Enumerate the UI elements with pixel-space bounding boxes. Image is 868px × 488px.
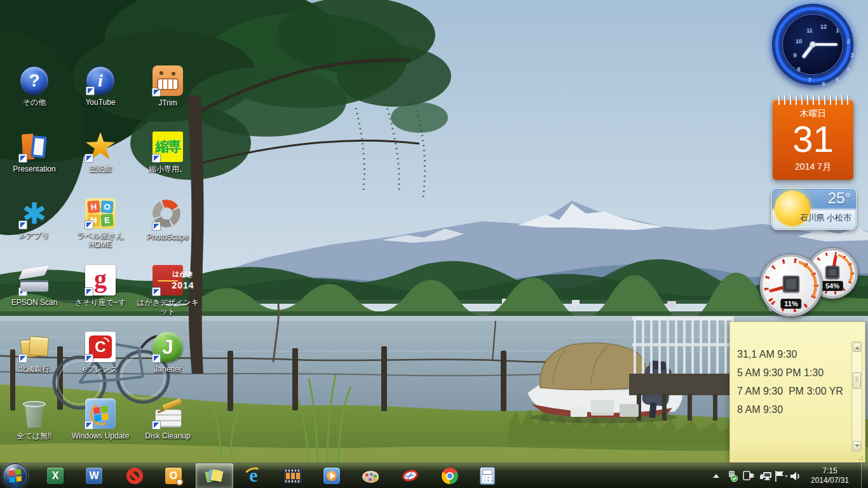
shortcut-arrow-icon bbox=[152, 222, 161, 231]
tray-action-center-flag[interactable] bbox=[773, 463, 789, 488]
desktop-icon-janetter[interactable]: J Janetter bbox=[135, 332, 201, 374]
weather-gadget[interactable]: 25° 石川県 小松市 bbox=[771, 188, 857, 230]
internet-explorer-icon: e bbox=[244, 466, 263, 485]
scanner-icon bbox=[19, 265, 50, 295]
tray-power-plug[interactable] bbox=[741, 463, 756, 488]
desktop-icon-jtrim[interactable]: JTrim bbox=[135, 65, 201, 107]
info-icon: i bbox=[86, 66, 115, 95]
shortcut-arrow-icon bbox=[18, 287, 27, 296]
outlook-icon: O bbox=[165, 468, 182, 484]
taskbar-button-outlook[interactable]: O bbox=[155, 463, 192, 488]
janetter-j-icon: J bbox=[153, 332, 183, 362]
shortcut-arrow-icon bbox=[85, 154, 93, 163]
tray-network[interactable] bbox=[758, 463, 773, 488]
cpu-chip-icon bbox=[783, 276, 799, 292]
desktop-icon-shukusen[interactable]: 縮専 縮小専用。 bbox=[135, 132, 201, 173]
shortcut-arrow-icon bbox=[85, 287, 93, 296]
desktop-icon-windows-update[interactable]: Windows Update bbox=[67, 398, 133, 440]
excel-icon: X bbox=[47, 468, 64, 484]
desktop-icon-disk-cleanup[interactable]: Disk Cleanup bbox=[135, 398, 201, 440]
desktop-icon-sasoriza[interactable]: g さそり座で~す bbox=[67, 265, 133, 307]
desktop-icon-e-friends[interactable]: C eフレンズ bbox=[67, 332, 133, 374]
taskbar-button-movie-maker[interactable] bbox=[275, 463, 311, 488]
start-button[interactable] bbox=[1, 463, 29, 488]
temperature: 25° bbox=[828, 189, 851, 207]
desktop-icon-hokkoku-bank[interactable]: 北國銀行 bbox=[1, 332, 67, 374]
clock-face: 12 1 2 3 4 5 6 7 8 9 10 11 bbox=[782, 14, 843, 75]
tray-time: 7:15 bbox=[799, 466, 860, 476]
shortcut-arrow-icon bbox=[18, 220, 27, 229]
show-desktop-button[interactable] bbox=[861, 463, 868, 488]
power-plug-icon bbox=[742, 470, 755, 482]
usb-device-icon bbox=[726, 470, 738, 482]
prohibition-icon bbox=[126, 468, 143, 484]
chrome-icon bbox=[442, 468, 458, 484]
taskbar-button-media-player[interactable] bbox=[313, 463, 350, 488]
question-icon: ? bbox=[20, 66, 49, 95]
clock-gadget[interactable]: 12 1 2 3 4 5 6 7 8 9 10 11 bbox=[772, 4, 853, 85]
desktop-icon-epson-scan[interactable]: EPSON Scan bbox=[1, 265, 67, 307]
windows-orb-icon bbox=[3, 463, 28, 488]
taskbar-button-paint[interactable] bbox=[353, 463, 390, 488]
desktop-icon-kabegamikan[interactable]: 壁紙館 bbox=[67, 132, 133, 173]
g-letter-icon: g bbox=[85, 265, 116, 295]
desktop-icon-youtube[interactable]: i YouTube bbox=[67, 65, 133, 107]
network-icon bbox=[759, 470, 773, 482]
tray-usb-device[interactable] bbox=[725, 463, 739, 488]
calendar-year-month: 2014 7月 bbox=[773, 161, 853, 173]
calendar-gadget[interactable]: 木曜日 31 2014 7月 bbox=[773, 95, 853, 180]
scroll-thumb[interactable] bbox=[853, 372, 861, 389]
note-scrollbar[interactable] bbox=[851, 341, 862, 452]
taskbar-button-calculator[interactable] bbox=[469, 463, 506, 488]
windows-update-icon bbox=[85, 398, 116, 429]
filmstrip-icon bbox=[284, 468, 302, 484]
folders-icon bbox=[19, 332, 50, 362]
home-tiles-icon: HOME bbox=[85, 198, 116, 229]
scroll-up-arrow[interactable] bbox=[853, 342, 861, 352]
desktop-icon-photoscape[interactable]: PhotoScape bbox=[135, 198, 201, 241]
weather-location: 石川県 小松市 bbox=[799, 212, 851, 224]
taskbar-button-excel[interactable]: X bbox=[37, 463, 74, 488]
snipping-tool-icon bbox=[401, 466, 420, 485]
spiral-binding bbox=[776, 95, 850, 105]
shortcut-arrow-icon bbox=[86, 86, 95, 95]
taskbar-button-sticky-notes-active[interactable] bbox=[196, 463, 233, 488]
shortcut-arrow-icon bbox=[152, 354, 161, 363]
resize-grip[interactable] bbox=[857, 454, 864, 461]
x-appli-splat-icon: ✱ bbox=[19, 198, 50, 229]
sticky-notes-icon bbox=[205, 466, 224, 485]
system-meters-gadget[interactable]: 54% 11% bbox=[760, 248, 864, 319]
calendar-day: 31 bbox=[773, 121, 853, 158]
shortcut-arrow-icon bbox=[152, 88, 161, 97]
shortcut-arrow-icon bbox=[85, 421, 93, 430]
tray-clock[interactable]: 7:15 2014/07/31 bbox=[799, 463, 860, 488]
sticky-note-window[interactable]: 31,1 AM 9:30 5 AM 9:30 PM 1:30 7 AM 9:30… bbox=[729, 322, 865, 463]
desktop-icon-labelya-home[interactable]: HOME ラベル屋さん HOME bbox=[67, 198, 133, 249]
taskbar: X W O e bbox=[0, 463, 868, 488]
taskbar-button-blocked[interactable] bbox=[116, 463, 153, 488]
shortcut-arrow-icon bbox=[152, 154, 161, 163]
desktop-icon-presentation[interactable]: Presentation bbox=[1, 132, 67, 173]
desktop-icon-hagaki-kit[interactable]: はがき2014 はがきデザインキット bbox=[135, 265, 201, 316]
shortcut-arrow-icon bbox=[18, 154, 27, 163]
desktop-icon-recycle-bin[interactable]: 全ては無!! bbox=[1, 398, 67, 440]
ram-usage-badge: 54% bbox=[822, 281, 843, 291]
taskbar-button-word[interactable]: W bbox=[76, 463, 112, 488]
calculator-icon bbox=[480, 467, 495, 485]
c-broadcast-icon: C bbox=[85, 332, 116, 362]
show-hidden-icons-button[interactable] bbox=[710, 463, 722, 488]
note-text[interactable]: 31,1 AM 9:30 5 AM 9:30 PM 1:30 7 AM 9:30… bbox=[737, 345, 848, 419]
disk-cleanup-icon bbox=[153, 398, 183, 429]
cpu-gauge: 11% bbox=[760, 254, 822, 316]
shortcut-arrow-icon bbox=[85, 220, 93, 229]
shukusen-icon: 縮専 bbox=[153, 132, 183, 162]
taskbar-button-chrome[interactable] bbox=[431, 463, 468, 488]
scroll-down-arrow[interactable] bbox=[853, 441, 861, 451]
desktop-icon-x-appli[interactable]: ✱ x-アプリ bbox=[1, 198, 67, 240]
ram-chip-icon bbox=[825, 266, 839, 278]
taskbar-button-snipping-tool[interactable] bbox=[392, 463, 429, 488]
desktop-icon-sonota[interactable]: ? その他 bbox=[1, 65, 67, 107]
taskbar-button-internet-explorer[interactable]: e bbox=[235, 463, 272, 488]
desktop: ? その他 i YouTube JTrim Presentation 壁紙館 縮… bbox=[0, 0, 868, 488]
paint-palette-icon bbox=[362, 466, 381, 485]
